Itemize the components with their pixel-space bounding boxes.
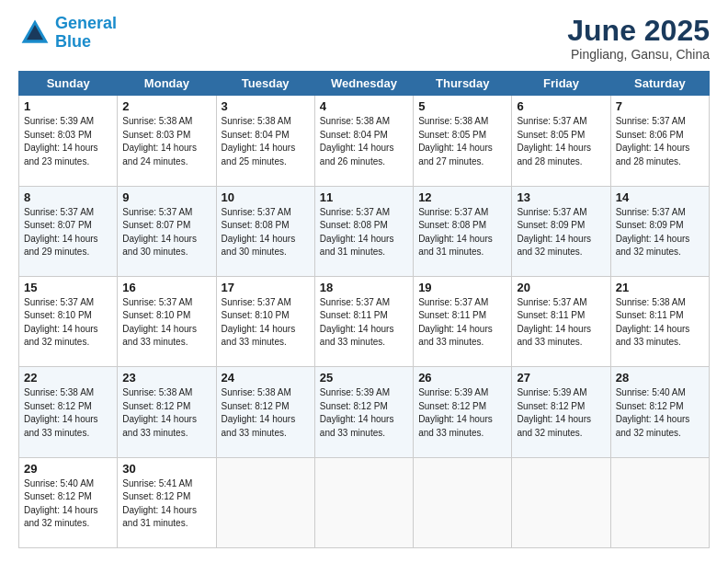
day-info: Sunrise: 5:40 AM Sunset: 8:12 PM Dayligh… [616,386,704,440]
calendar-cell: 12Sunrise: 5:37 AM Sunset: 8:08 PM Dayli… [414,186,512,276]
day-info: Sunrise: 5:37 AM Sunset: 8:08 PM Dayligh… [418,206,506,259]
day-number: 18 [320,281,408,294]
page: General Blue June 2025 Pingliang, Gansu,… [0,0,728,563]
calendar-cell: 29Sunrise: 5:40 AM Sunset: 8:12 PM Dayli… [19,457,118,547]
day-info: Sunrise: 5:37 AM Sunset: 8:11 PM Dayligh… [418,296,506,350]
day-number: 17 [222,281,310,294]
calendar-cell: 26Sunrise: 5:39 AM Sunset: 8:12 PM Dayli… [414,367,512,457]
day-info: Sunrise: 5:38 AM Sunset: 8:03 PM Dayligh… [122,115,210,168]
calendar-row-0: 1Sunrise: 5:39 AM Sunset: 8:03 PM Daylig… [19,96,710,186]
day-number: 3 [222,99,310,113]
day-number: 22 [24,371,112,385]
calendar-cell: 2Sunrise: 5:38 AM Sunset: 8:03 PM Daylig… [118,96,216,186]
calendar-row-2: 15Sunrise: 5:37 AM Sunset: 8:10 PM Dayli… [19,276,710,366]
day-number: 27 [517,371,605,385]
calendar-cell: 17Sunrise: 5:37 AM Sunset: 8:10 PM Dayli… [216,276,314,366]
calendar-cell: 22Sunrise: 5:38 AM Sunset: 8:12 PM Dayli… [19,367,118,457]
header: General Blue June 2025 Pingliang, Gansu,… [18,15,710,62]
header-thursday: Thursday [414,72,512,96]
day-info: Sunrise: 5:37 AM Sunset: 8:05 PM Dayligh… [517,115,605,168]
day-number: 11 [320,190,408,204]
calendar-cell: 16Sunrise: 5:37 AM Sunset: 8:10 PM Dayli… [118,276,216,366]
header-sunday: Sunday [19,72,118,96]
day-number: 26 [418,371,506,385]
calendar-cell: 27Sunrise: 5:39 AM Sunset: 8:12 PM Dayli… [512,367,610,457]
calendar-row-3: 22Sunrise: 5:38 AM Sunset: 8:12 PM Dayli… [19,367,710,457]
calendar-cell: 3Sunrise: 5:38 AM Sunset: 8:04 PM Daylig… [216,96,314,186]
day-number: 9 [122,190,210,204]
calendar-cell: 18Sunrise: 5:37 AM Sunset: 8:11 PM Dayli… [314,276,413,366]
calendar-cell: 1Sunrise: 5:39 AM Sunset: 8:03 PM Daylig… [19,96,118,186]
month-title: June 2025 [567,15,710,47]
logo-line2: Blue [55,32,91,51]
day-number: 15 [24,281,112,294]
calendar-row-4: 29Sunrise: 5:40 AM Sunset: 8:12 PM Dayli… [19,457,710,547]
calendar-cell: 11Sunrise: 5:37 AM Sunset: 8:08 PM Dayli… [314,186,413,276]
day-number: 24 [222,371,310,385]
day-info: Sunrise: 5:37 AM Sunset: 8:07 PM Dayligh… [24,206,112,259]
day-info: Sunrise: 5:38 AM Sunset: 8:04 PM Dayligh… [320,115,408,168]
day-number: 1 [24,99,112,113]
day-number: 20 [517,281,605,294]
calendar-cell: 7Sunrise: 5:37 AM Sunset: 8:06 PM Daylig… [610,96,709,186]
logo-icon [18,17,51,50]
day-number: 23 [122,371,210,385]
day-number: 25 [320,371,408,385]
calendar-table: Sunday Monday Tuesday Wednesday Thursday… [18,71,710,548]
calendar-cell: 5Sunrise: 5:38 AM Sunset: 8:05 PM Daylig… [414,96,512,186]
day-info: Sunrise: 5:37 AM Sunset: 8:07 PM Dayligh… [122,206,210,259]
day-info: Sunrise: 5:39 AM Sunset: 8:12 PM Dayligh… [418,386,506,440]
day-info: Sunrise: 5:38 AM Sunset: 8:12 PM Dayligh… [24,386,112,440]
day-info: Sunrise: 5:37 AM Sunset: 8:11 PM Dayligh… [320,296,408,350]
header-row: Sunday Monday Tuesday Wednesday Thursday… [19,72,710,96]
day-info: Sunrise: 5:37 AM Sunset: 8:09 PM Dayligh… [517,206,605,259]
day-number: 21 [616,281,704,294]
day-info: Sunrise: 5:37 AM Sunset: 8:10 PM Dayligh… [24,296,112,350]
calendar-cell: 25Sunrise: 5:39 AM Sunset: 8:12 PM Dayli… [314,367,413,457]
calendar-cell: 28Sunrise: 5:40 AM Sunset: 8:12 PM Dayli… [610,367,709,457]
day-number: 4 [320,99,408,113]
header-monday: Monday [118,72,216,96]
day-info: Sunrise: 5:39 AM Sunset: 8:03 PM Dayligh… [24,115,112,168]
day-info: Sunrise: 5:38 AM Sunset: 8:05 PM Dayligh… [418,115,506,168]
calendar-cell [610,457,709,547]
calendar-cell: 10Sunrise: 5:37 AM Sunset: 8:08 PM Dayli… [216,186,314,276]
day-info: Sunrise: 5:38 AM Sunset: 8:11 PM Dayligh… [616,296,704,350]
day-info: Sunrise: 5:37 AM Sunset: 8:08 PM Dayligh… [320,206,408,259]
day-info: Sunrise: 5:41 AM Sunset: 8:12 PM Dayligh… [122,477,210,531]
day-number: 13 [517,190,605,204]
day-number: 28 [616,371,704,385]
title-block: June 2025 Pingliang, Gansu, China [567,15,710,62]
calendar-cell: 20Sunrise: 5:37 AM Sunset: 8:11 PM Dayli… [512,276,610,366]
header-wednesday: Wednesday [314,72,413,96]
calendar-cell: 4Sunrise: 5:38 AM Sunset: 8:04 PM Daylig… [314,96,413,186]
calendar-cell: 9Sunrise: 5:37 AM Sunset: 8:07 PM Daylig… [118,186,216,276]
calendar-body: 1Sunrise: 5:39 AM Sunset: 8:03 PM Daylig… [19,96,710,548]
day-info: Sunrise: 5:38 AM Sunset: 8:04 PM Dayligh… [222,115,310,168]
calendar-cell [414,457,512,547]
day-number: 14 [616,190,704,204]
calendar-cell: 19Sunrise: 5:37 AM Sunset: 8:11 PM Dayli… [414,276,512,366]
day-info: Sunrise: 5:38 AM Sunset: 8:12 PM Dayligh… [222,386,310,440]
calendar-cell: 8Sunrise: 5:37 AM Sunset: 8:07 PM Daylig… [19,186,118,276]
calendar-cell: 23Sunrise: 5:38 AM Sunset: 8:12 PM Dayli… [118,367,216,457]
day-info: Sunrise: 5:39 AM Sunset: 8:12 PM Dayligh… [320,386,408,440]
calendar-cell: 6Sunrise: 5:37 AM Sunset: 8:05 PM Daylig… [512,96,610,186]
header-tuesday: Tuesday [216,72,314,96]
day-number: 16 [122,281,210,294]
calendar-cell [216,457,314,547]
calendar-cell: 21Sunrise: 5:38 AM Sunset: 8:11 PM Dayli… [610,276,709,366]
calendar-cell [314,457,413,547]
day-number: 12 [418,190,506,204]
day-number: 5 [418,99,506,113]
day-info: Sunrise: 5:37 AM Sunset: 8:10 PM Dayligh… [122,296,210,350]
day-number: 6 [517,99,605,113]
day-info: Sunrise: 5:37 AM Sunset: 8:06 PM Dayligh… [616,115,704,168]
day-info: Sunrise: 5:40 AM Sunset: 8:12 PM Dayligh… [24,477,112,531]
calendar-cell: 14Sunrise: 5:37 AM Sunset: 8:09 PM Dayli… [610,186,709,276]
day-info: Sunrise: 5:38 AM Sunset: 8:12 PM Dayligh… [122,386,210,440]
calendar-cell: 30Sunrise: 5:41 AM Sunset: 8:12 PM Dayli… [118,457,216,547]
logo: General Blue [18,15,117,52]
calendar-cell: 24Sunrise: 5:38 AM Sunset: 8:12 PM Dayli… [216,367,314,457]
day-number: 30 [122,462,210,476]
